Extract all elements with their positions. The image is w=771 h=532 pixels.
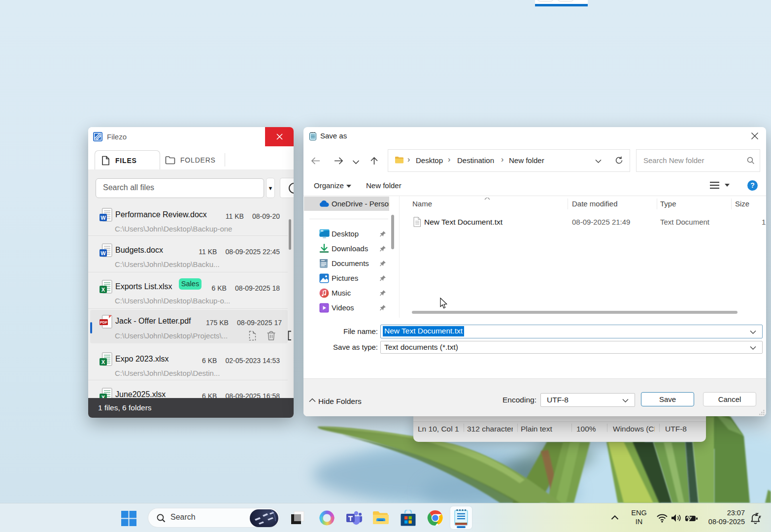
svg-text:W: W	[101, 215, 106, 221]
svg-text:X: X	[101, 395, 105, 399]
svg-text:W: W	[101, 250, 106, 256]
svg-text:X: X	[101, 359, 105, 365]
svg-text:X: X	[101, 287, 105, 293]
svg-text:PDF: PDF	[100, 320, 107, 325]
